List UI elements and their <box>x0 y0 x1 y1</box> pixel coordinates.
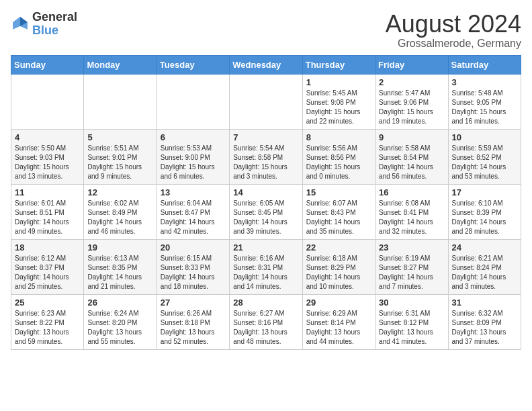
header-cell-thursday: Thursday <box>302 55 375 74</box>
day-info: Sunrise: 6:01 AMSunset: 8:51 PMDaylight:… <box>15 199 80 236</box>
day-number: 30 <box>379 298 444 308</box>
day-number: 5 <box>87 132 152 142</box>
day-number: 1 <box>306 77 371 87</box>
day-cell: 23Sunrise: 6:19 AMSunset: 8:27 PMDayligh… <box>375 239 448 294</box>
day-info: Sunrise: 6:15 AMSunset: 8:33 PMDaylight:… <box>161 254 226 291</box>
calendar-table: SundayMondayTuesdayWednesdayThursdayFrid… <box>11 55 521 350</box>
day-info: Sunrise: 6:02 AMSunset: 8:49 PMDaylight:… <box>87 199 152 236</box>
day-cell: 24Sunrise: 6:21 AMSunset: 8:24 PMDayligh… <box>448 239 521 294</box>
day-number: 27 <box>161 298 226 308</box>
day-cell: 15Sunrise: 6:07 AMSunset: 8:43 PMDayligh… <box>302 184 375 239</box>
day-cell: 25Sunrise: 6:23 AMSunset: 8:22 PMDayligh… <box>11 294 84 349</box>
location-subtitle: Grossalmerode, Germany <box>386 38 521 50</box>
day-cell <box>157 74 229 129</box>
header-cell-tuesday: Tuesday <box>157 55 229 74</box>
day-cell: 9Sunrise: 5:58 AMSunset: 8:54 PMDaylight… <box>375 129 448 184</box>
logo-line1: General <box>32 11 77 24</box>
day-info: Sunrise: 5:51 AMSunset: 9:01 PMDaylight:… <box>87 144 152 181</box>
day-number: 31 <box>452 298 517 308</box>
day-number: 24 <box>452 242 517 253</box>
day-number: 9 <box>379 132 444 142</box>
day-number: 25 <box>15 298 80 308</box>
page-header: General Blue August 2024 Grossalmerode, … <box>11 11 521 50</box>
day-cell: 29Sunrise: 6:29 AMSunset: 8:14 PMDayligh… <box>302 294 375 349</box>
day-cell: 18Sunrise: 6:12 AMSunset: 8:37 PMDayligh… <box>11 239 84 294</box>
day-number: 12 <box>87 187 152 197</box>
day-cell: 20Sunrise: 6:15 AMSunset: 8:33 PMDayligh… <box>157 239 229 294</box>
day-info: Sunrise: 6:04 AMSunset: 8:47 PMDaylight:… <box>161 199 226 236</box>
day-number: 28 <box>233 298 298 308</box>
day-number: 19 <box>87 242 152 253</box>
day-cell: 30Sunrise: 6:31 AMSunset: 8:12 PMDayligh… <box>375 294 448 349</box>
day-number: 4 <box>15 132 80 142</box>
day-number: 23 <box>379 242 444 253</box>
day-number: 26 <box>87 298 152 308</box>
day-cell: 7Sunrise: 5:54 AMSunset: 8:58 PMDaylight… <box>230 129 302 184</box>
day-info: Sunrise: 6:23 AMSunset: 8:22 PMDaylight:… <box>15 309 80 347</box>
week-row-5: 25Sunrise: 6:23 AMSunset: 8:22 PMDayligh… <box>11 294 521 349</box>
day-info: Sunrise: 6:18 AMSunset: 8:29 PMDaylight:… <box>306 254 371 291</box>
day-info: Sunrise: 5:50 AMSunset: 9:03 PMDaylight:… <box>15 144 80 181</box>
day-number: 17 <box>452 187 517 197</box>
day-info: Sunrise: 6:31 AMSunset: 8:12 PMDaylight:… <box>379 309 444 347</box>
week-row-1: 1Sunrise: 5:45 AMSunset: 9:08 PMDaylight… <box>11 74 521 129</box>
day-info: Sunrise: 6:27 AMSunset: 8:16 PMDaylight:… <box>233 309 298 347</box>
calendar-body: 1Sunrise: 5:45 AMSunset: 9:08 PMDaylight… <box>11 74 521 349</box>
day-info: Sunrise: 6:07 AMSunset: 8:43 PMDaylight:… <box>306 199 371 236</box>
day-info: Sunrise: 6:21 AMSunset: 8:24 PMDaylight:… <box>452 254 517 291</box>
day-number: 21 <box>233 242 298 253</box>
day-number: 11 <box>15 187 80 197</box>
day-number: 2 <box>379 77 444 87</box>
day-info: Sunrise: 5:45 AMSunset: 9:08 PMDaylight:… <box>306 89 371 126</box>
day-cell <box>84 74 157 129</box>
day-number: 3 <box>452 77 517 87</box>
day-cell: 2Sunrise: 5:47 AMSunset: 9:06 PMDaylight… <box>375 74 448 129</box>
day-cell: 31Sunrise: 6:32 AMSunset: 8:09 PMDayligh… <box>448 294 521 349</box>
day-cell: 8Sunrise: 5:56 AMSunset: 8:56 PMDaylight… <box>302 129 375 184</box>
day-info: Sunrise: 6:16 AMSunset: 8:31 PMDaylight:… <box>233 254 298 291</box>
day-info: Sunrise: 6:24 AMSunset: 8:20 PMDaylight:… <box>87 309 152 347</box>
week-row-4: 18Sunrise: 6:12 AMSunset: 8:37 PMDayligh… <box>11 239 521 294</box>
week-row-3: 11Sunrise: 6:01 AMSunset: 8:51 PMDayligh… <box>11 184 521 239</box>
day-cell <box>230 74 302 129</box>
header-cell-friday: Friday <box>375 55 448 74</box>
day-cell <box>11 74 84 129</box>
day-cell: 10Sunrise: 5:59 AMSunset: 8:52 PMDayligh… <box>448 129 521 184</box>
day-number: 6 <box>161 132 226 142</box>
calendar-header: SundayMondayTuesdayWednesdayThursdayFrid… <box>11 55 521 74</box>
day-info: Sunrise: 6:08 AMSunset: 8:41 PMDaylight:… <box>379 199 444 236</box>
day-info: Sunrise: 5:56 AMSunset: 8:56 PMDaylight:… <box>306 144 371 181</box>
day-cell: 21Sunrise: 6:16 AMSunset: 8:31 PMDayligh… <box>230 239 302 294</box>
day-cell: 16Sunrise: 6:08 AMSunset: 8:41 PMDayligh… <box>375 184 448 239</box>
day-info: Sunrise: 6:29 AMSunset: 8:14 PMDaylight:… <box>306 309 371 347</box>
day-cell: 27Sunrise: 6:26 AMSunset: 8:18 PMDayligh… <box>157 294 229 349</box>
day-number: 22 <box>306 242 371 253</box>
day-cell: 17Sunrise: 6:10 AMSunset: 8:39 PMDayligh… <box>448 184 521 239</box>
day-info: Sunrise: 5:59 AMSunset: 8:52 PMDaylight:… <box>452 144 517 181</box>
month-year-title: August 2024 <box>386 11 521 38</box>
day-cell: 11Sunrise: 6:01 AMSunset: 8:51 PMDayligh… <box>11 184 84 239</box>
day-number: 20 <box>161 242 226 253</box>
header-cell-sunday: Sunday <box>11 55 84 74</box>
day-info: Sunrise: 6:12 AMSunset: 8:37 PMDaylight:… <box>15 254 80 291</box>
day-cell: 4Sunrise: 5:50 AMSunset: 9:03 PMDaylight… <box>11 129 84 184</box>
day-info: Sunrise: 6:13 AMSunset: 8:35 PMDaylight:… <box>87 254 152 291</box>
day-info: Sunrise: 5:47 AMSunset: 9:06 PMDaylight:… <box>379 89 444 126</box>
day-info: Sunrise: 6:19 AMSunset: 8:27 PMDaylight:… <box>379 254 444 291</box>
day-info: Sunrise: 5:54 AMSunset: 8:58 PMDaylight:… <box>233 144 298 181</box>
header-row: SundayMondayTuesdayWednesdayThursdayFrid… <box>11 55 521 74</box>
day-info: Sunrise: 6:05 AMSunset: 8:45 PMDaylight:… <box>233 199 298 236</box>
day-cell: 28Sunrise: 6:27 AMSunset: 8:16 PMDayligh… <box>230 294 302 349</box>
logo: General Blue <box>11 11 77 38</box>
day-info: Sunrise: 5:53 AMSunset: 9:00 PMDaylight:… <box>161 144 226 181</box>
day-info: Sunrise: 6:32 AMSunset: 8:09 PMDaylight:… <box>452 309 517 347</box>
day-info: Sunrise: 6:10 AMSunset: 8:39 PMDaylight:… <box>452 199 517 236</box>
day-number: 16 <box>379 187 444 197</box>
day-cell: 22Sunrise: 6:18 AMSunset: 8:29 PMDayligh… <box>302 239 375 294</box>
day-number: 15 <box>306 187 371 197</box>
week-row-2: 4Sunrise: 5:50 AMSunset: 9:03 PMDaylight… <box>11 129 521 184</box>
day-info: Sunrise: 5:48 AMSunset: 9:05 PMDaylight:… <box>452 89 517 126</box>
day-number: 18 <box>15 242 80 253</box>
day-cell: 6Sunrise: 5:53 AMSunset: 9:00 PMDaylight… <box>157 129 229 184</box>
day-cell: 1Sunrise: 5:45 AMSunset: 9:08 PMDaylight… <box>302 74 375 129</box>
